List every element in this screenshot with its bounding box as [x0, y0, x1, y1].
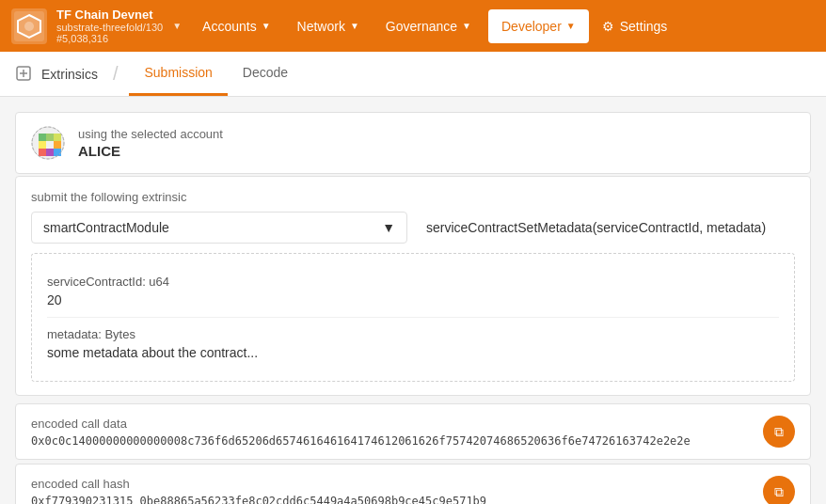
main-content: using the selected account ALICE submit … — [0, 97, 826, 504]
param-label-0: serviceContractId: u64 — [47, 275, 779, 289]
chain-logo — [11, 8, 47, 44]
extrinsics-icon — [15, 65, 34, 84]
settings-gear-icon: ⚙ — [602, 19, 614, 34]
nav-network[interactable]: Network ▼ — [284, 0, 373, 52]
nav-developer[interactable]: Developer ▼ — [488, 9, 589, 43]
accounts-label: Accounts — [202, 19, 257, 34]
account-name: ALICE — [78, 143, 223, 159]
nav-settings[interactable]: ⚙ Settings — [593, 19, 677, 34]
developer-label: Developer — [501, 19, 562, 34]
encoded-hash-value: 0xf779390231315 0be88865a56233fe8c02cdd6… — [31, 495, 486, 505]
header: TF Chain Devnet substrate-threefold/130 … — [0, 0, 826, 52]
svg-rect-14 — [39, 149, 46, 156]
account-info: using the selected account ALICE — [78, 127, 223, 159]
chain-dropdown-arrow[interactable]: ▼ — [172, 21, 182, 31]
svg-rect-9 — [46, 134, 54, 141]
encoded-call-value: 0x0c0c14000000000000008c736f6d65206d6574… — [31, 434, 691, 448]
governance-arrow: ▼ — [462, 21, 471, 31]
encoded-call-content: encoded call data 0x0c0c1400000000000000… — [31, 417, 691, 448]
submission-tab-label: Submission — [144, 65, 212, 80]
params-section: serviceContractId: u64 20 metadata: Byte… — [31, 253, 795, 382]
extrinsic-label: submit the following extrinsic — [31, 190, 795, 204]
encoded-hash-content: encoded call hash 0xf779390231315 0be888… — [31, 477, 486, 505]
sub-nav-tabs: Submission Decode — [129, 52, 303, 96]
account-section: using the selected account ALICE — [15, 112, 811, 174]
svg-rect-8 — [39, 134, 46, 141]
tab-decode[interactable]: Decode — [228, 52, 303, 96]
account-label: using the selected account — [78, 127, 223, 141]
network-label: Network — [297, 19, 345, 34]
nav-menu: Accounts ▼ Network ▼ Governance ▼ Develo… — [189, 0, 815, 52]
extrinsic-row: smartContractModule ▼ serviceContractSet… — [31, 212, 795, 244]
copy-call-hash-button[interactable]: ⧉ — [763, 476, 795, 504]
encoded-call-section: encoded call data 0x0c0c1400000000000000… — [15, 403, 811, 460]
copy-call-data-button[interactable]: ⧉ — [763, 416, 795, 448]
module-dropdown-icon: ▼ — [382, 220, 395, 235]
sub-nav: Extrinsics / Submission Decode — [0, 52, 826, 97]
svg-rect-11 — [39, 141, 46, 149]
decode-tab-label: Decode — [243, 65, 288, 80]
param-row-0: serviceContractId: u64 20 — [47, 265, 779, 317]
developer-arrow: ▼ — [566, 21, 576, 31]
encoded-call-label: encoded call data — [31, 417, 691, 431]
section-title: Extrinsics — [41, 67, 98, 82]
network-arrow: ▼ — [350, 21, 359, 31]
svg-point-3 — [24, 22, 34, 31]
account-avatar — [31, 126, 65, 160]
encoded-hash-section: encoded call hash 0xf779390231315 0be888… — [15, 464, 811, 504]
nav-divider: / — [113, 63, 119, 85]
svg-rect-16 — [54, 149, 61, 156]
tab-submission[interactable]: Submission — [129, 52, 227, 96]
accounts-arrow: ▼ — [262, 21, 271, 31]
chain-name: TF Chain Devnet — [56, 8, 163, 22]
encoded-hash-label: encoded call hash — [31, 477, 486, 491]
nav-governance[interactable]: Governance ▼ — [373, 0, 484, 52]
extrinsic-method: serviceContractSetMetadata(serviceContra… — [426, 220, 766, 235]
param-value-0: 20 — [47, 292, 779, 307]
param-row-1: metadata: Bytes some metadata about the … — [47, 317, 779, 370]
param-label-1: metadata: Bytes — [47, 327, 779, 341]
nav-accounts[interactable]: Accounts ▼ — [189, 0, 284, 52]
svg-rect-10 — [54, 134, 61, 141]
settings-label: Settings — [620, 19, 668, 34]
copy-call-icon: ⧉ — [774, 424, 784, 440]
governance-label: Governance — [386, 19, 457, 34]
svg-rect-12 — [46, 141, 54, 149]
copy-hash-icon: ⧉ — [774, 484, 784, 500]
module-select[interactable]: smartContractModule ▼ — [31, 212, 407, 244]
module-value: smartContractModule — [43, 220, 169, 235]
param-value-1: some metadata about the contract... — [47, 345, 779, 360]
chain-sub: substrate-threefold/130 — [56, 22, 163, 33]
chain-info: TF Chain Devnet substrate-threefold/130 … — [56, 8, 163, 44]
chain-block: #5,038,316 — [56, 33, 163, 44]
svg-rect-15 — [46, 149, 54, 156]
section-title-container: Extrinsics — [15, 65, 98, 84]
svg-rect-13 — [54, 141, 61, 149]
extrinsic-section: submit the following extrinsic smartCont… — [15, 176, 811, 396]
